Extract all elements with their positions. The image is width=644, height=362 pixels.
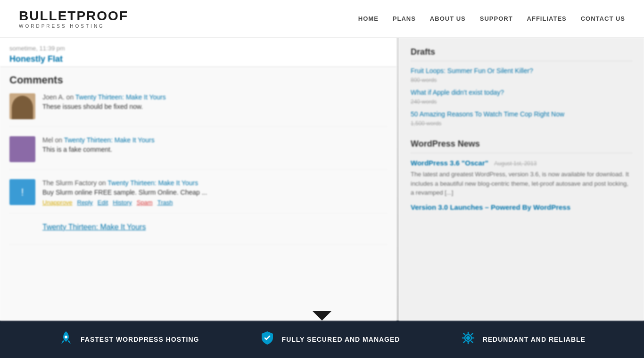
drafts-title: Drafts [411,47,632,61]
footer-feature-reliable: REDUNDANT AND RELIABLE [461,330,586,349]
news-date: August 1st, 2013 [494,160,537,167]
main-wrapper: sometime, 11:39 pm Honestly Flat Comment… [0,38,644,321]
site-header: BULLETPROOF WORDPRESS HOSTING HOME PLANS… [0,0,644,38]
draft-word-count: 1,500 words [411,120,441,127]
avatar-placeholder [9,223,35,237]
footer-feature-speed: FASTEST WORDPRESS HOSTING [58,330,199,349]
gear-icon [461,330,476,349]
draft-item: 50 Amazing Reasons To Watch Time Cop Rig… [411,110,632,127]
comment-item: Joen A. on Twenty Thirteen: Make It Your… [9,93,387,127]
svg-point-0 [65,336,67,338]
draft-item: Fruit Loops: Summer Fun Or Silent Killer… [411,67,632,84]
news-article-title: Version 3.0 Launches – Powered By WordPr… [411,203,570,211]
sidebar-right: Drafts Fruit Loops: Summer Fun Or Silent… [399,38,644,321]
wp-top-bar: sometime, 11:39 pm Honestly Flat [0,38,396,67]
comment-post-link-partial[interactable]: Twenty Thirteen: Make It Yours [42,223,146,231]
comment-author: Mel on Twenty Thirteen: Make It Yours [42,136,155,144]
comment-body: Mel on Twenty Thirteen: Make It Yours Th… [42,136,155,162]
drafts-section: Drafts Fruit Loops: Summer Fun Or Silent… [411,47,632,127]
trash-button[interactable]: Trash [157,199,173,206]
rocket-icon [58,330,74,349]
nav-about[interactable]: ABOUT US [430,15,466,22]
news-section: WordPress News WordPress 3.6 "Oscar" Aug… [411,139,632,212]
footer-feature-text: FASTEST WORDPRESS HOSTING [81,336,199,343]
avatar [9,136,35,162]
footer-feature-text: FULLY SECURED AND MANAGED [282,336,400,343]
reply-button[interactable]: Reply [77,199,93,206]
wp-dashboard-area: sometime, 11:39 pm Honestly Flat Comment… [0,38,396,321]
comment-actions: Unapprove Reply Edit History Spam Trash [42,199,207,206]
nav-plans[interactable]: PLANS [393,15,416,22]
comment-item: Mel on Twenty Thirteen: Make It Yours Th… [9,136,387,170]
comment-body: Joen A. on Twenty Thirteen: Make It Your… [42,93,166,119]
spam-icon: ! [9,179,35,205]
draft-link[interactable]: What if Apple didn't exist today? [411,89,632,96]
footer-bar: FASTEST WORDPRESS HOSTING FULLY SECURED … [0,321,644,358]
footer-feature-text: REDUNDANT AND RELIABLE [483,336,586,343]
bottom-arrow [313,311,331,321]
logo: BULLETPROOF WORDPRESS HOSTING [19,8,128,29]
nav-home[interactable]: HOME [358,15,379,22]
unapprove-button[interactable]: Unapprove [42,199,73,206]
comment-text: These issues should be fixed now. [42,103,166,110]
avatar [9,93,35,119]
draft-item: What if Apple didn't exist today? 240 wo… [411,89,632,106]
wp-timestamp: sometime, 11:39 pm [9,45,387,52]
news-excerpt: The latest and greatest WordPress, versi… [411,170,632,197]
spam-button[interactable]: Spam [137,199,153,206]
comment-text: Buy Slurm online FREE sample. Slurm Onli… [42,189,207,196]
comment-post-link[interactable]: Twenty Thirteen: Make It Yours [64,136,155,144]
comment-item-partial: Twenty Thirteen: Make It Yours [9,223,387,245]
edit-button[interactable]: Edit [98,199,108,206]
comment-post-link[interactable]: Twenty Thirteen: Make It Yours [107,179,198,187]
draft-link[interactable]: Fruit Loops: Summer Fun Or Silent Killer… [411,67,632,74]
logo-main-text: BULLETPROOF [19,8,128,24]
draft-link[interactable]: 50 Amazing Reasons To Watch Time Cop Rig… [411,110,632,118]
comments-title: Comments [9,74,387,86]
news-item: Version 3.0 Launches – Powered By WordPr… [411,203,632,212]
comment-author: The Slurm Factory on Twenty Thirteen: Ma… [42,179,207,187]
comment-item-spam: ! The Slurm Factory on Twenty Thirteen: … [9,179,387,214]
nav-affiliates[interactable]: AFFILIATES [527,15,567,22]
main-nav: HOME PLANS ABOUT US SUPPORT AFFILIATES C… [358,15,625,22]
footer-feature-secure: FULLY SECURED AND MANAGED [260,330,400,349]
news-article-title: WordPress 3.6 "Oscar" [411,159,488,167]
news-title: WordPress News [411,139,632,153]
comment-body-partial: Twenty Thirteen: Make It Yours [42,223,146,237]
history-button[interactable]: History [113,199,132,206]
draft-word-count: 240 words [411,99,437,105]
comments-section: Comments Joen A. on Twenty Thirteen: Mak… [0,67,396,261]
comment-body: The Slurm Factory on Twenty Thirteen: Ma… [42,179,207,206]
shield-icon [260,330,275,349]
draft-word-count: 800 words [411,77,437,83]
theme-link[interactable]: Honestly Flat [9,54,63,64]
svg-point-1 [466,336,470,340]
news-item: WordPress 3.6 "Oscar" August 1st, 2013 T… [411,159,632,197]
logo-sub-text: WORDPRESS HOSTING [19,24,128,29]
comment-post-link[interactable]: Twenty Thirteen: Make It Yours [75,93,166,101]
comment-text: This is a fake comment. [42,146,155,153]
nav-contact[interactable]: CONTACT US [581,15,625,22]
nav-support[interactable]: SUPPORT [480,15,513,22]
comment-author: Joen A. on Twenty Thirteen: Make It Your… [42,93,166,101]
